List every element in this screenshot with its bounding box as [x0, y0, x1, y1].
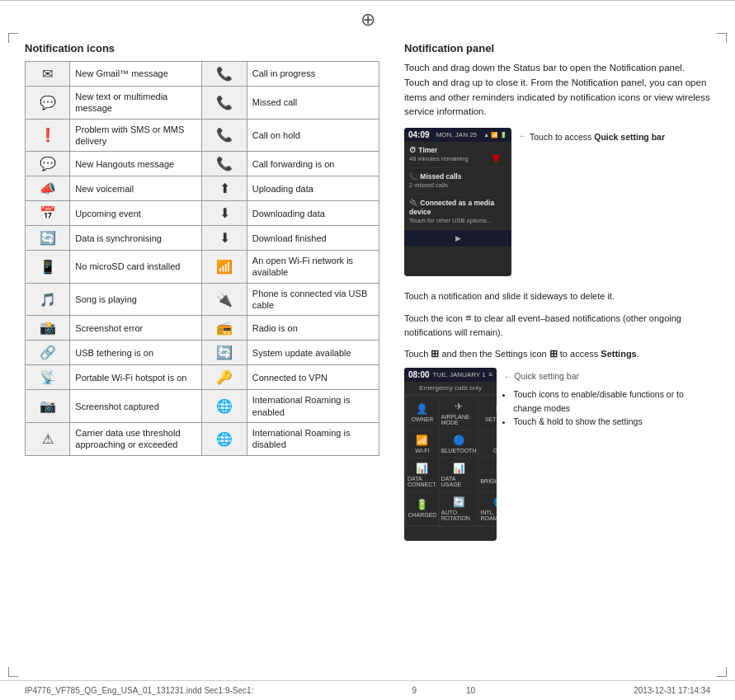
icon-cell-right-4: ⬆ — [202, 176, 247, 201]
qs-item-data-usage[interactable]: 📊DATA USAGE — [440, 458, 478, 491]
label-cell-left-13: Carrier data use threshold approaching o… — [70, 422, 202, 455]
label-cell-right-9: Radio is on — [247, 316, 379, 341]
footer-right: 2013-12-31 17:14:34 — [634, 686, 710, 695]
slide-note: Touch a notification and slide it sidewa… — [404, 289, 710, 303]
qs-label-8: BRIGHTNESS — [480, 478, 497, 484]
icon-cell-right-1: 📞 — [202, 87, 247, 120]
qs-item-bluetooth[interactable]: 🔵BLUETOOTH — [440, 430, 478, 458]
label-cell-left-6: Data is synchronising — [70, 226, 202, 251]
table-row: ✉New Gmail™ message📞Call in progress — [26, 62, 379, 87]
qs-item-brightness[interactable]: ☀BRIGHTNESS — [478, 458, 497, 491]
icon-cell-left-0: ✉ — [26, 62, 70, 87]
screen2-date: TUE, JANUARY 1 — [432, 371, 485, 378]
label-cell-right-5: Downloading data — [247, 201, 379, 226]
icon-cell-right-7: 📶 — [202, 251, 247, 284]
qs-label-1: AIRPLANE MODE — [441, 414, 477, 425]
table-row: 📷Screenshot captured🌐International Roami… — [26, 390, 379, 423]
label-cell-left-0: New Gmail™ message — [70, 62, 202, 87]
qs-icon-0: 👤 — [416, 403, 428, 415]
screen1-date: MON, JAN 25 — [436, 131, 477, 139]
screen1-annotation: ← Touch to access Quick setting bar — [518, 128, 665, 143]
label-cell-left-10: USB tethering is on — [70, 341, 202, 365]
qs-label-row: ← Quick setting bar — [503, 371, 710, 383]
notif-item-missed: 📞 Missed calls 2 missed calls — [404, 168, 511, 195]
qs-icon-8: ☀ — [495, 465, 497, 477]
qs-label-3: WI-FI — [415, 448, 429, 453]
notification-panel-description: Touch and drag down the Status bar to op… — [404, 61, 710, 120]
grid-icon: ⊞ — [431, 348, 439, 359]
compass-icon: ⊕ — [360, 9, 375, 31]
qs-item-airplane-mode[interactable]: ✈AIRPLANE MODE — [440, 397, 478, 430]
label-cell-left-3: New Hangouts message — [70, 152, 202, 176]
label-cell-right-4: Uploading data — [247, 176, 379, 201]
qs-item-data-connect-[interactable]: 📊DATA CONNECT. — [406, 458, 439, 491]
table-row: 💬New Hangouts message📞Call forwarding is… — [26, 152, 379, 176]
qs-icon-10: 🔄 — [453, 496, 465, 508]
qs-icon-7: 📊 — [453, 463, 465, 474]
page-container: ⊕ Notification icons ✉New Gmail™ message… — [0, 0, 735, 700]
table-row: ❗Problem with SMS or MMS delivery📞Call o… — [26, 119, 379, 152]
table-row: 📣New voicemail⬆Uploading data — [26, 176, 379, 201]
qs-item-settings[interactable]: ⚙SETTINGS — [478, 397, 497, 430]
emergency-text: Emergency calls only — [404, 382, 497, 395]
icon-cell-right-5: ⬇ — [202, 201, 247, 226]
qs-arrow: ← — [503, 372, 511, 381]
table-row: 🔗USB tethering is on🔄System update avail… — [26, 341, 379, 365]
icon-cell-right-10: 🔄 — [202, 341, 247, 365]
icon-cell-left-2: ❗ — [26, 119, 70, 152]
quick-settings-grid: 👤OWNER✈AIRPLANE MODE⚙SETTINGS📶WI-FI🔵BLUE… — [404, 395, 497, 527]
icon-cell-left-10: 🔗 — [26, 341, 70, 365]
label-cell-left-11: Portable Wi-Fi hotspot is on — [70, 365, 202, 390]
qs-item-owner[interactable]: 👤OWNER — [406, 397, 439, 430]
page-numbers: 9 10 — [412, 686, 475, 695]
qs-item-wi-fi[interactable]: 📶WI-FI — [406, 430, 439, 458]
qs-icon-4: 🔵 — [453, 435, 465, 446]
corner-mark-tr — [717, 33, 727, 43]
label-cell-left-4: New voicemail — [70, 176, 202, 201]
label-cell-right-10: System update available — [247, 341, 379, 365]
qs-icon-1: ✈ — [455, 401, 463, 412]
table-row: 🔄Data is synchronising⬇Download finished — [26, 226, 379, 251]
label-cell-left-7: No microSD card installed — [70, 251, 202, 284]
quick-setting-label: Quick setting bar — [514, 371, 579, 381]
qs-icon-5: 📍 — [493, 435, 497, 446]
screen1-icons: ▲ 📶 🔋 — [483, 132, 507, 139]
label-cell-right-1: Missed call — [247, 87, 379, 120]
footer-left: IP4776_VF785_QG_Eng_USA_01_131231.indd S… — [25, 686, 253, 695]
screen2-container: 08:00 TUE, JANUARY 1 ≡ Emergency calls o… — [404, 368, 710, 547]
page-number-left: 9 — [412, 686, 417, 695]
settings-note: Touch ⊞ and then the Settings icon ⊞ to … — [404, 346, 710, 361]
table-row: 📡Portable Wi-Fi hotspot is on🔑Connected … — [26, 365, 379, 390]
label-cell-right-8: Phone is connected via USB cable — [247, 283, 379, 316]
table-row: 📅Upcoming event⬇Downloading data — [26, 201, 379, 226]
icon-cell-right-3: 📞 — [202, 152, 247, 176]
phone-screen-1: 04:09 MON, JAN 25 ▲ 📶 🔋 ⏱ Timer 48 minut… — [404, 128, 511, 276]
table-row: 🎵Song is playing🔌Phone is connected via … — [26, 283, 379, 316]
screen2-time: 08:00 — [408, 370, 430, 379]
icon-cell-left-1: 💬 — [26, 87, 70, 120]
settings-icon: ⊞ — [549, 348, 558, 359]
label-cell-left-8: Song is playing — [70, 283, 202, 316]
icon-cell-right-2: 📞 — [202, 119, 247, 152]
qs-bullet-1: Touch & hold to show the settings — [513, 415, 710, 429]
label-cell-right-7: An open Wi-Fi network is available — [247, 251, 379, 284]
qs-item-auto-rotation[interactable]: 🔄AUTO ROTATION — [440, 492, 478, 525]
qs-icon-9: 🔋 — [416, 499, 428, 510]
qs-label-0: OWNER — [411, 416, 433, 422]
qs-item-charged[interactable]: 🔋CHARGED — [406, 492, 439, 525]
notif-item-usb: 🔌 Connected as a media device Touch for … — [404, 195, 511, 230]
icon-cell-right-8: 🔌 — [202, 283, 247, 316]
qs-label-10: AUTO ROTATION — [441, 510, 477, 521]
label-cell-right-2: Call on hold — [247, 119, 379, 152]
right-column: Notification panel Touch and drag down t… — [404, 42, 710, 672]
icon-cell-left-9: 📸 — [26, 316, 70, 341]
screen1-time: 04:09 — [408, 130, 430, 139]
settings-label: Settings — [601, 349, 636, 359]
qs-item-intl--roaming[interactable]: 🌐INTL. ROAMING — [478, 492, 497, 525]
clear-note: Touch the icon ≡ to clear all event–base… — [404, 310, 710, 340]
qs-label-5: GPS — [493, 448, 497, 453]
qs-item-gps[interactable]: 📍GPS — [478, 430, 497, 458]
phone-screen-2: 08:00 TUE, JANUARY 1 ≡ Emergency calls o… — [404, 368, 497, 541]
icon-cell-right-6: ⬇ — [202, 226, 247, 251]
icon-cell-left-3: 💬 — [26, 152, 70, 176]
